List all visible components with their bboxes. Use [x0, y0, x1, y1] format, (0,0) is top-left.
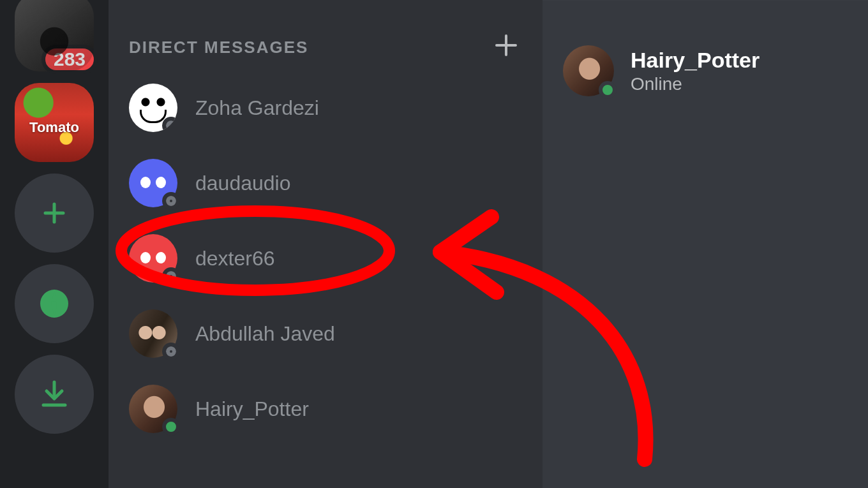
status-indicator-icon [162, 192, 180, 210]
dm-item[interactable]: dexter66 [124, 230, 527, 286]
server-rail: 283 Tomato [0, 0, 108, 488]
svg-point-1 [52, 301, 57, 306]
plus-icon [494, 33, 518, 57]
dm-item[interactable]: Abdullah Javed [124, 306, 527, 362]
dm-item-name: Abdullah Javed [195, 322, 335, 346]
profile-name: Hairy_Potter [631, 48, 760, 73]
dm-panel: DIRECT MESSAGES Zoha Gardezi daudaudio [108, 0, 542, 488]
avatar [129, 309, 177, 358]
avatar [129, 234, 177, 283]
status-indicator-icon [162, 117, 177, 132]
dm-item-name: Zoha Gardezi [195, 96, 319, 120]
unread-badge: 283 [41, 45, 98, 74]
add-server-button[interactable] [15, 174, 94, 253]
download-apps-button[interactable] [15, 355, 94, 434]
dm-list: Zoha Gardezi daudaudio dexter66 Abdullah… [124, 80, 527, 437]
avatar[interactable] [563, 45, 614, 96]
status-indicator-icon [599, 81, 617, 99]
main-panel: Hairy_Potter Online [542, 0, 868, 488]
profile-status: Online [631, 74, 760, 94]
download-icon [38, 378, 70, 410]
dm-item-name: Hairy_Potter [195, 397, 309, 421]
status-indicator-icon [162, 343, 180, 360]
avatar [129, 159, 177, 207]
dm-header-title: DIRECT MESSAGES [129, 38, 308, 57]
plus-icon [39, 198, 70, 228]
create-dm-button[interactable] [494, 33, 518, 62]
server-icon[interactable]: Tomato [15, 83, 94, 162]
dm-item[interactable]: Zoha Gardezi [124, 80, 527, 136]
dm-item[interactable]: daudaudio [124, 155, 527, 211]
avatar [129, 385, 177, 433]
dm-header: DIRECT MESSAGES [124, 33, 527, 62]
avatar [129, 84, 177, 132]
dm-item-name: daudaudio [195, 172, 290, 195]
server-icon-label: Tomato [15, 119, 94, 136]
dm-item[interactable]: Hairy_Potter [124, 381, 527, 437]
explore-servers-button[interactable] [15, 264, 94, 343]
status-indicator-icon [162, 418, 180, 436]
dm-item-name: dexter66 [195, 247, 275, 270]
compass-icon [38, 287, 71, 320]
profile-header: Hairy_Potter Online [563, 45, 868, 96]
status-indicator-icon [162, 267, 180, 285]
server-icon[interactable]: 283 [15, 0, 94, 71]
